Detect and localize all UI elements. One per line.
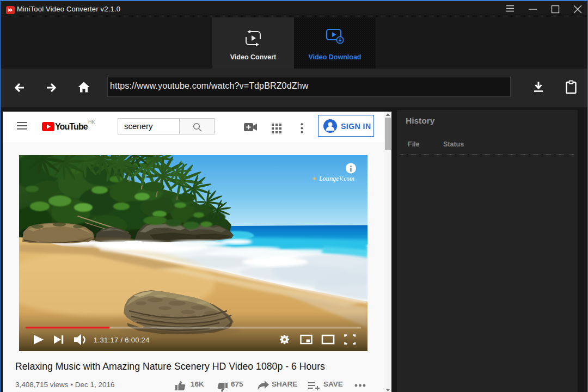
svg-text:LoungeV.com: LoungeV.com: [318, 175, 354, 182]
svg-text:1:31:17 / 6:00:24: 1:31:17 / 6:00:24: [94, 336, 150, 344]
